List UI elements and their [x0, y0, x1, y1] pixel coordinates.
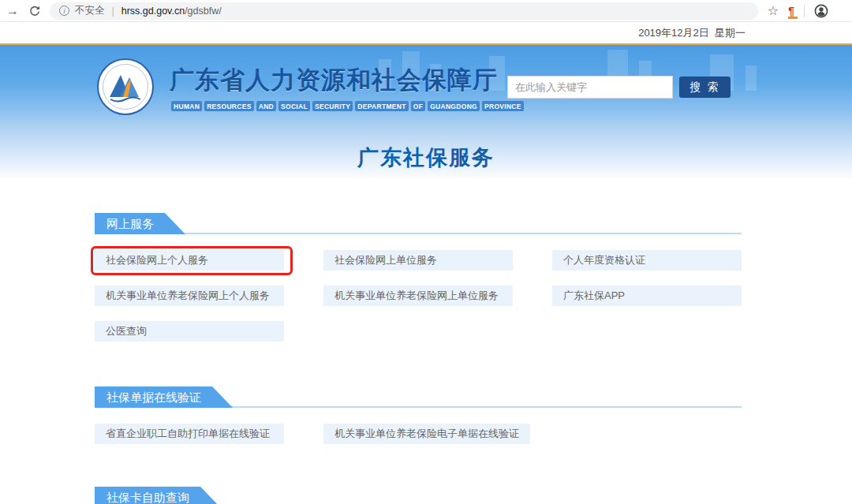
service-link-gd-social-app[interactable]: 广东社保APP	[552, 286, 742, 306]
url-host: hrss.gd.gov.cn	[121, 6, 185, 17]
site-info-icon[interactable]: i	[59, 6, 69, 16]
site-header: 广东省人力资源和社会保障厅 HUMAN RESOURCES AND SOCIAL…	[0, 45, 852, 129]
main-content: 网上服务 社会保险网上个人服务 社会保险网上单位服务 个人年度资格认证 机关事业…	[95, 196, 742, 504]
url-separator: |	[110, 6, 116, 17]
reload-icon[interactable]	[28, 5, 40, 17]
service-link-electronic-doc-verification[interactable]: 机关事业单位养老保险电子单据在线验证	[323, 424, 530, 444]
bookmark-star-icon[interactable]: ☆	[768, 3, 779, 18]
department-name-english: HUMAN RESOURCES AND SOCIAL SECURITY DEPA…	[171, 101, 524, 111]
service-row: 社会保险网上个人服务 社会保险网上单位服务 个人年度资格认证	[95, 250, 742, 271]
service-row: 省直企业职工自助打印单据在线验证 机关事业单位养老保险电子单据在线验证	[95, 424, 742, 444]
verification-services-grid: 省直企业职工自助打印单据在线验证 机关事业单位养老保险电子单据在线验证	[95, 424, 742, 444]
search-button[interactable]: 搜 索	[679, 77, 731, 98]
extension-icon[interactable]: ¶	[788, 6, 794, 17]
section-title-ribbon: 社保卡自助查询	[95, 487, 221, 504]
service-link-gov-pension-personal[interactable]: 机关事业单位养老保险网上个人服务	[95, 286, 284, 306]
section-document-verification: 社保单据在线验证	[95, 386, 742, 408]
highlighted-service-wrapper: 社会保险网上个人服务	[95, 250, 284, 271]
search-input[interactable]	[507, 76, 673, 99]
section-social-card-query: 社保卡自助查询	[95, 487, 742, 504]
forward-icon[interactable]: →	[6, 5, 19, 17]
service-link-annual-qualification[interactable]: 个人年度资格认证	[552, 250, 742, 271]
url-text[interactable]: hrss.gd.gov.cn/gdsbfw/	[121, 6, 222, 17]
page-title: 广东社保服务	[357, 144, 495, 172]
online-services-grid: 社会保险网上个人服务 社会保险网上单位服务 个人年度资格认证 机关事业单位养老保…	[95, 250, 742, 342]
service-row: 机关事业单位养老保险网上个人服务 机关事业单位养老保险网上单位服务 广东社保AP…	[95, 286, 742, 306]
title-band: 广东社保服务	[0, 129, 852, 196]
service-link-self-print-verification[interactable]: 省直企业职工自助打印单据在线验证	[95, 424, 284, 444]
section-title-ribbon: 网上服务	[95, 213, 185, 234]
department-name: 广东省人力资源和社会保障厅	[170, 64, 498, 97]
section-online-services: 网上服务	[95, 213, 742, 234]
toolbar-divider	[804, 5, 805, 17]
profile-avatar-icon[interactable]	[814, 4, 828, 18]
service-row: 公医查询	[95, 321, 742, 342]
department-logo[interactable]	[96, 58, 155, 116]
service-link-public-medical-query[interactable]: 公医查询	[95, 321, 284, 342]
service-link-gov-pension-unit[interactable]: 机关事业单位养老保险网上单位服务	[323, 286, 513, 306]
address-bar[interactable]: i 不安全 | hrss.gd.gov.cn/gdsbfw/	[50, 2, 758, 20]
current-date: 2019年12月2日 星期一	[638, 26, 746, 40]
url-path: /gdsbfw/	[185, 6, 222, 17]
date-bar: 2019年12月2日 星期一	[0, 22, 852, 43]
service-link-social-insurance-personal[interactable]: 社会保险网上个人服务	[95, 250, 284, 271]
section-title-ribbon: 社保单据在线验证	[95, 386, 233, 408]
security-label: 不安全	[75, 4, 105, 17]
service-link-social-insurance-unit[interactable]: 社会保险网上单位服务	[323, 250, 513, 271]
browser-toolbar: → i 不安全 | hrss.gd.gov.cn/gdsbfw/ ☆ ¶	[0, 0, 852, 22]
